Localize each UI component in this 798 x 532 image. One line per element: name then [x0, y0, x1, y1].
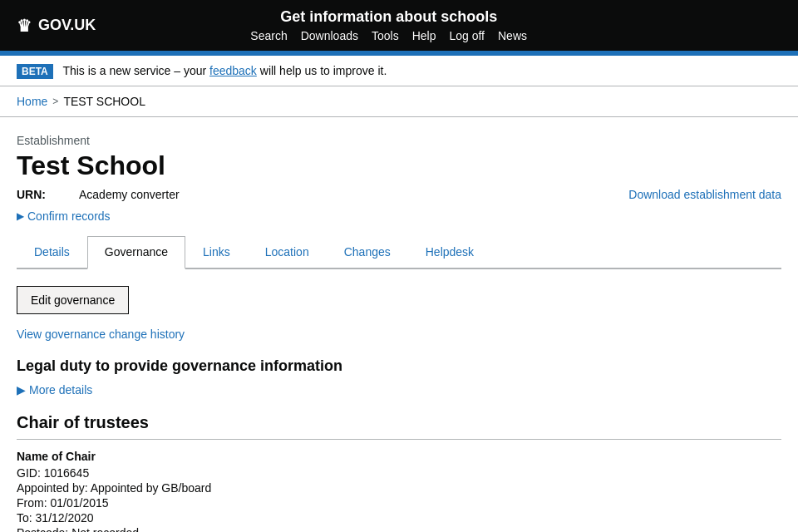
chair-postcode-value: Not recorded [71, 526, 139, 532]
chair-from-row: From: 01/01/2015 [17, 496, 781, 510]
nav-help[interactable]: Help [412, 29, 436, 42]
download-establishment-link[interactable]: Download establishment data [628, 188, 781, 201]
more-details-arrow-icon: ▶ [17, 383, 26, 397]
chair-from-value: 01/01/2015 [50, 496, 108, 510]
establishment-type: Academy converter [79, 188, 180, 201]
meta-left: URN: Academy converter [17, 188, 180, 201]
beta-banner: BETA This is a new service – your feedba… [0, 56, 798, 86]
school-title: Test School [17, 150, 781, 181]
tab-changes[interactable]: Changes [327, 236, 408, 268]
tab-details[interactable]: Details [17, 236, 87, 268]
header-center: Get information about schools Search Dow… [250, 8, 527, 42]
confirm-arrow-icon: ▶ [17, 210, 24, 222]
chair-to-value: 31/12/2020 [36, 511, 94, 525]
feedback-link[interactable]: feedback [209, 64, 257, 77]
beta-text: This is a new service – your [62, 64, 209, 77]
tab-links[interactable]: Links [185, 236, 248, 268]
main-nav: Search Downloads Tools Help Log off News [250, 29, 527, 42]
edit-governance-button[interactable]: Edit governance [17, 286, 129, 314]
chair-appointed-label: Appointed by: [17, 481, 88, 495]
chair-to-row: To: 31/12/2020 [17, 511, 781, 525]
chair-gid-row: GID: 1016645 [17, 466, 781, 480]
logo-text: GOV.UK [38, 17, 96, 34]
breadcrumb-home[interactable]: Home [17, 95, 47, 108]
establishment-label: Establishment [17, 134, 781, 147]
site-header: ♛ GOV.UK Get information about schools S… [0, 0, 798, 51]
chair-from-label: From: [17, 496, 47, 510]
more-details-text: More details [29, 383, 92, 397]
chair-postcode-row: Postcode: Not recorded [17, 526, 781, 532]
nav-downloads[interactable]: Downloads [301, 29, 358, 42]
chair-section-heading: Chair of trustees [17, 413, 781, 440]
crown-icon: ♛ [17, 16, 32, 36]
governance-content: Edit governance View governance change h… [17, 286, 781, 532]
nav-logoff[interactable]: Log off [449, 29, 485, 42]
urn-label: URN: [17, 188, 46, 201]
gov-logo: ♛ GOV.UK [17, 16, 96, 36]
view-history-link[interactable]: View governance change history [17, 328, 781, 341]
breadcrumb-separator: > [52, 96, 58, 107]
breadcrumb-current: TEST SCHOOL [63, 95, 145, 108]
site-title: Get information about schools [250, 8, 527, 26]
legal-duty-heading: Legal duty to provide governance informa… [17, 357, 781, 375]
tab-helpdesk[interactable]: Helpdesk [408, 236, 491, 268]
breadcrumb: Home > TEST SCHOOL [0, 86, 798, 117]
chair-postcode-label: Postcode: [17, 526, 68, 532]
main-content: Establishment Test School URN: Academy c… [0, 117, 798, 532]
beta-text-after: will help us to improve it. [260, 64, 387, 77]
nav-news[interactable]: News [498, 29, 527, 42]
chair-name-label: Name of Chair [17, 450, 781, 463]
chair-to-label: To: [17, 511, 32, 525]
chair-details: Name of Chair GID: 1016645 Appointed by:… [17, 450, 781, 532]
meta-row: URN: Academy converter Download establis… [17, 188, 781, 201]
chair-gid-label: GID: [17, 466, 41, 480]
confirm-link-text: Confirm records [27, 209, 111, 223]
chair-appointed-value: Appointed by GB/board [91, 481, 212, 495]
tab-governance[interactable]: Governance [87, 236, 185, 269]
tab-location[interactable]: Location [248, 236, 327, 268]
chair-appointed-row: Appointed by: Appointed by GB/board [17, 481, 781, 495]
beta-tag: BETA [17, 64, 53, 79]
more-details-link[interactable]: ▶ More details [17, 383, 781, 397]
confirm-records-link[interactable]: ▶ Confirm records [17, 209, 781, 223]
tabs-container: Details Governance Links Location Change… [17, 236, 781, 269]
chair-gid-value: 1016645 [44, 466, 90, 480]
nav-search[interactable]: Search [250, 29, 287, 42]
nav-tools[interactable]: Tools [372, 29, 399, 42]
